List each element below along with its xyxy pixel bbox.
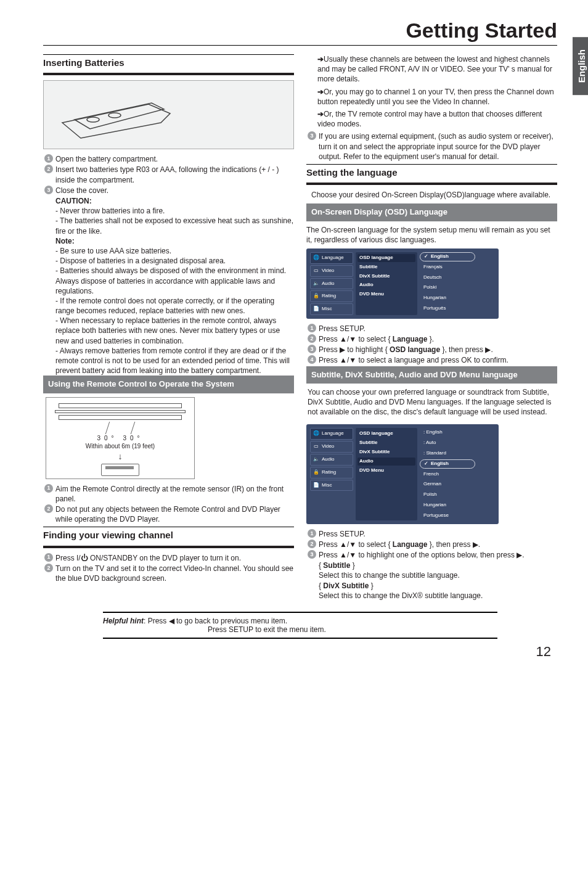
step-text: Press ▶ to highlight { OSD language }, t…	[319, 345, 557, 355]
subtitle-band: Subtitle, DivX Subtitle, Audio and DVD M…	[306, 366, 557, 384]
osd-option: German	[420, 480, 475, 489]
step-text: Aim the Remote Control directly at the r…	[55, 484, 294, 504]
note-line: - Be sure to use AAA size batteries.	[55, 246, 294, 256]
step-text: If you are using external equipment, (su…	[319, 131, 557, 162]
note-line: - Dispose of batteries in a designated d…	[55, 256, 294, 266]
step-text: Press ▲/▼ to highlight one of the option…	[319, 550, 557, 560]
note-line: - Batteries should always be disposed of…	[55, 266, 294, 296]
page-number: 12	[0, 639, 588, 671]
osd-item: Subtitle	[359, 440, 414, 446]
step-text: Close the cover.	[55, 186, 294, 195]
option-divx: DivX Subtitle	[323, 581, 369, 590]
osd-option: Deutsch	[420, 273, 475, 282]
osd-item: OSD language	[357, 254, 415, 262]
step-text: Press ▲/▼ to select a language and press…	[319, 355, 557, 365]
osd-value: : Auto	[420, 438, 475, 448]
helpful-hint: Helpful hint: Press ◀ to go back to prev…	[103, 612, 497, 639]
osd-item: Audio	[357, 458, 415, 466]
osd-steps: 1Press SETUP. 2Press ▲/▼ to select { Lan…	[306, 324, 557, 366]
step-text: Press SETUP.	[319, 324, 557, 334]
remote-angle-label: 30° 30°	[52, 434, 188, 443]
osd-option: Hungarian	[420, 501, 475, 510]
step-text: Open the battery compartment.	[55, 154, 294, 164]
step-text: Press ▲/▼ to select { Language }, then p…	[319, 540, 557, 549]
osd-tab-misc: 📄Misc	[310, 303, 353, 315]
svg-point-1	[108, 113, 121, 118]
subtitle-intro: You can choose your own preferred langua…	[306, 384, 557, 421]
osd-option: Português	[420, 304, 475, 313]
step-text: Press I/⏻ ON/STANDBY on the DVD player t…	[55, 553, 294, 563]
remote-steps: 1Aim the Remote Control directly at the …	[43, 484, 294, 525]
note-line: - When necessary to replace batteries in…	[55, 316, 294, 346]
osd-item: OSD language	[359, 430, 414, 437]
svg-point-0	[87, 117, 99, 122]
info-text: Or, you may go to channel 1 on your TV, …	[317, 88, 554, 106]
osd-option-selected: English	[420, 252, 475, 261]
step-text: Insert two batteries type R03 or AAA, fo…	[55, 165, 294, 184]
osd-item: DVD Menu	[359, 291, 414, 298]
option-subtitle: Subtitle	[323, 561, 350, 570]
language-tab: English	[573, 37, 588, 95]
osd-option-selected: English	[420, 459, 475, 469]
osd-tab-audio: 🔈Audio	[310, 278, 353, 290]
section-finding-channel: Finding your viewing channel	[43, 527, 294, 548]
option-body: Select this to change the subtitle langu…	[319, 571, 460, 580]
page-title: Getting Started	[43, 18, 557, 46]
osd-item: DivX Subtitle	[359, 273, 414, 280]
caution-line: - Never throw batteries into a fire.	[55, 206, 294, 216]
step-text: Do not put any objects between the Remot…	[55, 504, 294, 524]
battery-steps: 1Open the battery compartment. 2Insert t…	[43, 154, 294, 195]
osd-menu-screenshot-2: 🌐Language ▭Video 🔈Audio 🔒Rating 📄Misc OS…	[306, 424, 499, 524]
step-text: Turn on the TV and set it to the correct…	[55, 564, 294, 583]
osd-option: Français	[420, 263, 475, 272]
osd-language-band: On-Screen Display (OSD) Language	[306, 203, 557, 221]
osd-option: Hungarian	[420, 294, 475, 303]
osd-value: : English	[420, 428, 475, 437]
caution-line: - The batteries shall not be exposed to …	[55, 216, 294, 236]
remote-diagram: 30° 30° Within about 6m (19 feet) ↓	[46, 397, 195, 479]
note-line: - If the remote control does not operate…	[55, 296, 294, 316]
osd-item: DVD Menu	[359, 467, 414, 474]
osd-option: Polski	[420, 283, 475, 292]
osd-tab-video: ▭Video	[310, 441, 353, 453]
remote-control-band: Using the Remote Control to Operate the …	[43, 376, 294, 393]
osd-item: Subtitle	[359, 264, 414, 271]
osd-tab-rating: 🔒Rating	[310, 467, 353, 478]
osd-option: Polish	[420, 490, 475, 499]
section-inserting-batteries: Inserting Batteries	[43, 54, 294, 75]
osd-item: Audio	[359, 282, 414, 289]
osd-menu-screenshot-1: 🌐Language ▭Video 🔈Audio 🔒Rating 📄Misc OS…	[306, 248, 499, 319]
osd-option: French	[420, 470, 475, 479]
info-text: Usually these channels are between the l…	[317, 55, 552, 83]
info-text: Or, the TV remote control may have a but…	[317, 110, 542, 128]
osd-tab-misc: 📄Misc	[310, 480, 353, 491]
osd-tab-audio: 🔈Audio	[310, 454, 353, 466]
language-intro: Choose your desired On-Screen Display(OS…	[306, 190, 557, 203]
osd-tab-language: 🌐Language	[310, 428, 353, 440]
note-head: Note:	[55, 237, 75, 245]
section-setting-language: Setting the language	[306, 164, 557, 185]
osd-value: : Standard	[420, 449, 475, 458]
note-line: - Always remove batteries from remote co…	[55, 346, 294, 376]
osd-tab-language: 🌐Language	[310, 252, 353, 264]
osd-option: Portuguese	[420, 511, 475, 520]
remote-range-label: Within about 6m (19 feet)	[52, 442, 188, 451]
step-text: Press ▲/▼ to select { Language }.	[319, 334, 557, 344]
option-body: Select this to change the DivX® subtitle…	[319, 591, 483, 600]
subtitle-steps: 1Press SETUP. 2Press ▲/▼ to select { Lan…	[306, 529, 557, 561]
caution-head: CAUTION:	[55, 197, 92, 205]
battery-diagram	[43, 80, 294, 149]
channel-steps: 1Press I/⏻ ON/STANDBY on the DVD player …	[43, 553, 294, 584]
osd-tab-video: ▭Video	[310, 265, 353, 277]
osd-tab-rating: 🔒Rating	[310, 290, 353, 302]
osd-intro: The On-screen language for the system se…	[306, 221, 557, 245]
osd-item: DivX Subtitle	[359, 449, 414, 456]
step-text: Press SETUP.	[319, 529, 557, 539]
